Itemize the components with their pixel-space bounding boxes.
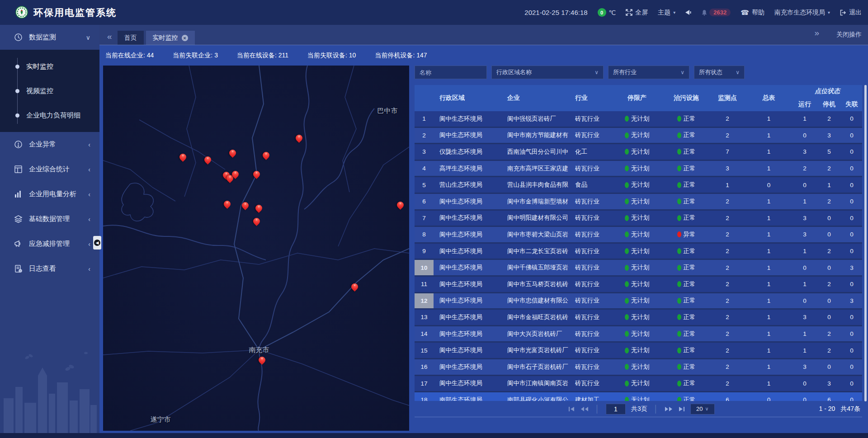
filter-bar: 行政区域名称∨ 所有行业∨ 所有状态∨ [415, 66, 745, 79]
tabs-scroll-left-button[interactable]: « [104, 32, 115, 42]
table-row[interactable]: 15阆中生态环境局阆中市光富页岩机砖厂砖瓦行业无计划正常21120 [415, 343, 862, 359]
table-row[interactable]: 13阆中生态环境局阆中市金福旺页岩机砖砖瓦行业无计划正常21300 [415, 310, 862, 326]
status-dot-icon [677, 265, 681, 271]
status-dot-icon [677, 381, 681, 386]
table-row[interactable]: 5营山生态环境局营山县润丰肉食品有限食品无计划正常10010 [415, 177, 862, 194]
map-city-label: 南充市 [249, 346, 269, 354]
stat-value: 10 [349, 52, 356, 59]
table-row[interactable]: 14阆中生态环境局阆中大兴页岩机砖厂砖瓦行业无计划正常21120 [415, 326, 862, 343]
sidebar-group[interactable]: 企业异常‹ [0, 132, 99, 157]
stat-label: 当前失联设备: [307, 52, 349, 59]
bullet-icon [15, 113, 19, 118]
status-dot-icon [677, 182, 681, 188]
row-index-cell: 8 [415, 227, 434, 242]
logout-button[interactable]: 退出 [840, 9, 862, 17]
temperature-widget: 0 ℃ [598, 8, 616, 17]
industry-filter-select[interactable]: 所有行业∨ [608, 66, 689, 79]
page-size-select[interactable]: 20∨ [690, 404, 715, 414]
table-row[interactable]: 4高坪生态环境局南充市高坪区王家店建砖瓦行业无计划正常31220 [415, 161, 862, 178]
chevron-left-icon: ◀ [94, 240, 100, 246]
table-row[interactable]: 2阆中生态环境局阆中市南方节能建材有砖瓦行业无计划正常21030 [415, 128, 862, 145]
first-page-button[interactable] [568, 406, 575, 412]
tabs-scroll-right-button[interactable]: » [811, 28, 822, 38]
table-row[interactable]: 7阆中生态环境局阆中明阳建材有限公司砖瓦行业无计划正常21300 [415, 211, 862, 227]
tab-实时监控[interactable]: 实时监控× [146, 31, 195, 45]
row-index-cell: 10 [415, 260, 434, 275]
table-row[interactable]: 6阆中生态环境局阆中市金博瑞新型墙材砖瓦行业无计划正常21120 [415, 194, 862, 211]
tab-label: 首页 [124, 34, 137, 42]
status-dot-icon [677, 281, 681, 287]
table-row[interactable]: 9阆中生态环境局阆中市二龙长宝页岩砖砖瓦行业无计划正常21120 [415, 244, 862, 260]
status-dot-icon [625, 348, 629, 353]
row-index-cell: 3 [415, 144, 434, 160]
region-filter-select[interactable]: 行政区域名称∨ [491, 66, 604, 79]
table-body: 1阆中生态环境局阆中强锐页岩砖厂砖瓦行业无计划正常211202阆中生态环境局阆中… [415, 111, 862, 401]
status-dot-icon [677, 231, 681, 237]
next-page-button[interactable] [665, 406, 673, 412]
status-dot-icon [625, 314, 629, 320]
prev-page-button[interactable] [580, 406, 589, 412]
map-city-label: 遂宁市 [151, 415, 171, 424]
org-menu-button[interactable]: 南充市生态环境局▾ [774, 9, 830, 17]
stat-value: 3 [214, 52, 218, 59]
status-filter-select[interactable]: 所有状态∨ [694, 66, 745, 79]
status-dot-icon [677, 397, 681, 401]
table-row[interactable]: 12阆中生态环境局阆中市忠信建材有限公砖瓦行业无计划正常21003 [415, 293, 862, 310]
table-row[interactable]: 17阆中生态环境局阆中市江南镇阆南页岩砖瓦行业无计划正常21030 [415, 376, 862, 393]
status-dot-icon [677, 116, 681, 122]
theme-menu-button[interactable]: 主题▾ [658, 9, 675, 17]
chevron-down-icon: ▾ [673, 10, 675, 15]
table-row[interactable]: 3仪陇生态环境局西南油气田分公司川中化工无计划正常71350 [415, 144, 862, 161]
sidebar-group-label: 数据监测 [29, 33, 56, 42]
name-filter-input[interactable] [415, 66, 487, 79]
col-header-index [415, 85, 434, 111]
layers-icon [14, 215, 23, 224]
bullet-icon [15, 65, 19, 69]
status-dot-icon [625, 265, 629, 271]
voice-broadcast-button[interactable] [685, 9, 691, 15]
page-number-input[interactable] [606, 404, 626, 414]
status-dot-icon [625, 248, 629, 254]
close-icon[interactable]: × [182, 35, 188, 41]
status-dot-icon [677, 165, 681, 171]
table-row[interactable]: 16阆中生态环境局阆中市石子页岩机砖厂砖瓦行业无计划正常21300 [415, 359, 862, 376]
sidebar-group[interactable]: 日志查看‹ [0, 256, 99, 281]
topbar-actions: 2021-02-25 17:46:18 0 ℃ 全屏 主题▾ 2632 ☎ [524, 0, 862, 25]
sidebar-group[interactable]: 数据监测∨ [0, 25, 99, 50]
notification-count-badge[interactable]: 2632 [709, 9, 731, 16]
row-index-cell: 18 [415, 392, 434, 401]
row-index-cell: 7 [415, 211, 434, 226]
fullscreen-button[interactable]: 全屏 [626, 9, 648, 17]
stats-icon [14, 165, 23, 174]
sidebar-item[interactable]: 视频监控 [0, 79, 99, 103]
chevron-left-icon: ‹ [88, 216, 90, 223]
sidebar-item-label: 企业电力负荷明细 [26, 111, 80, 120]
sidebar-group-label: 日志查看 [29, 264, 56, 273]
sidebar-item[interactable]: 实时监控 [0, 54, 99, 79]
table-row[interactable]: 11阆中生态环境局阆中市五马桥页岩机砖砖瓦行业无计划正常21120 [415, 277, 862, 293]
table-row[interactable]: 1阆中生态环境局阆中强锐页岩砖厂砖瓦行业无计划正常21120 [415, 111, 862, 128]
sidebar-collapse-button[interactable]: ◀ [93, 236, 101, 250]
table-row[interactable]: 8阆中生态环境局阆中市枣碧大梁山页岩砖瓦行业无计划异常21300 [415, 227, 862, 244]
megaphone-icon [14, 240, 23, 249]
status-dot-icon [625, 215, 629, 221]
close-operations-button[interactable]: 关闭操作 [836, 31, 862, 39]
status-dot-icon [677, 348, 681, 353]
table-row[interactable]: 10阆中生态环境局阆中千佛镇五郎垭页岩砖瓦行业无计划正常21003 [415, 260, 862, 277]
table-scrollbar[interactable] [864, 85, 867, 401]
sidebar-group[interactable]: 应急减排管理‹ [0, 231, 99, 256]
sidebar-group[interactable]: 基础数据管理‹ [0, 207, 99, 231]
sidebar-item[interactable]: 企业电力负荷明细 [0, 103, 99, 127]
sidebar-group[interactable]: 企业综合统计‹ [0, 157, 99, 182]
map-panel[interactable]: 巴中市南充市遂宁市 [103, 66, 409, 431]
status-dot-icon [677, 298, 681, 304]
help-button[interactable]: ☎ 帮助 [741, 9, 764, 17]
col-header-point-status: 点位状态 [793, 85, 862, 97]
stats-bar: 当前在线企业: 44当前失联企业: 3当前在线设备: 211当前失联设备: 10… [105, 45, 427, 66]
table-row[interactable]: 18南部生态环境局南部县砚化小河有限公建材加工无计划正常60060 [415, 392, 862, 401]
notification-widget[interactable]: 2632 [701, 9, 731, 16]
tab-首页[interactable]: 首页 [118, 31, 144, 45]
last-page-button[interactable] [678, 406, 685, 412]
row-index-cell: 13 [415, 310, 434, 325]
sidebar-group[interactable]: 企业用电量分析‹ [0, 182, 99, 207]
